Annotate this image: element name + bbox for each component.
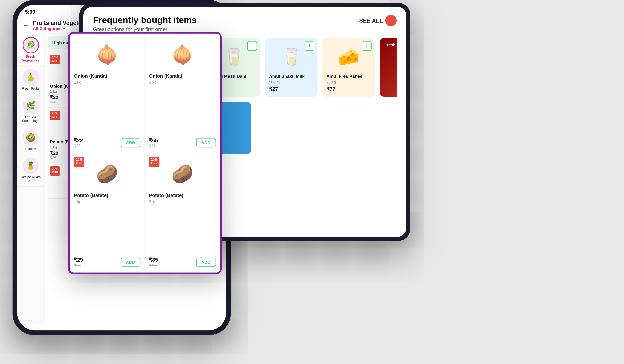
zoom-product-onion-1kg: 🧅 Onion (Kanda) 1 kg ₹22 ₹28 ADD xyxy=(70,34,145,153)
zoom-price-row: ₹85 ₹106 ADD xyxy=(149,257,216,267)
zoom-price-row: ₹29 ₹36 ADD xyxy=(74,257,141,267)
zoom-price: ₹22 xyxy=(74,137,83,144)
recipe-mixes-icon: 🍍 xyxy=(23,158,39,174)
zoom-pricing: ₹65 ₹81 xyxy=(149,137,158,148)
zoom-overlay: 🧅 Onion (Kanda) 1 kg ₹22 ₹28 ADD 🧅 Onion… xyxy=(68,32,222,274)
tablet-add-button[interactable]: + xyxy=(362,41,372,51)
tablet-title-block: Frequently bought items Great options fo… xyxy=(93,15,197,32)
zoom-pricing: ₹29 ₹36 xyxy=(74,257,83,267)
product-original-price: ₹28 xyxy=(50,100,58,104)
zoom-add-button[interactable]: ADD xyxy=(196,138,216,147)
sidebar-label-exotics: Exotics xyxy=(25,147,36,151)
tablet-product-amul-shakti: + 🥛 Amul Shakti Milk 500 ml ₹27 xyxy=(265,38,317,97)
sidebar-item-fresh-fruits[interactable]: 🍐 Fresh Fruits xyxy=(17,66,44,94)
phone-time: 5:00 xyxy=(25,9,35,15)
zoom-product-grid: 🧅 Onion (Kanda) 1 kg ₹22 ₹28 ADD 🧅 Onion… xyxy=(70,34,220,273)
product-price: ₹29 xyxy=(50,150,58,156)
zoom-product-name: Potato (Batate) xyxy=(149,193,216,198)
zoom-original-price: ₹106 xyxy=(149,263,158,267)
tablet-add-button[interactable]: + xyxy=(247,41,257,51)
product-pricing: ₹29 ₹36 xyxy=(50,150,58,160)
sidebar-item-exotics[interactable]: 🥝 Exotics xyxy=(17,126,44,154)
zoom-original-price: ₹28 xyxy=(74,143,83,148)
tablet-product-weight: 500 ml xyxy=(269,80,313,84)
zoom-price: ₹29 xyxy=(74,257,83,263)
sidebar-label-leafy-seasonings: Leafy & Seasonings xyxy=(19,115,43,123)
zoom-price: ₹85 xyxy=(149,257,158,263)
zoom-product-image-onion: 🧅 xyxy=(74,38,141,71)
zoom-product-potato-1kg: 20%OFF 🥔 Potato (Batate) 1 kg ₹29 ₹36 AD… xyxy=(70,153,145,272)
fresh-vegetables-icon: 🥬 xyxy=(23,37,39,53)
tablet-header: Frequently bought items Great options fo… xyxy=(93,15,397,32)
product-price: ₹22 xyxy=(50,95,58,100)
zoom-add-button[interactable]: ADD xyxy=(121,257,141,267)
tablet-page-title: Frequently bought items xyxy=(93,15,197,25)
discount-badge: 20%OFF xyxy=(50,167,60,176)
zoom-add-button[interactable]: ADD xyxy=(121,138,141,147)
zoom-product-weight: 1 kg xyxy=(74,80,141,84)
tablet-product-name: Amul Shakti Milk xyxy=(269,73,313,79)
see-all-button[interactable]: SEE ALL › xyxy=(359,15,397,26)
see-all-arrow-icon: › xyxy=(385,15,396,26)
zoom-product-name: Onion (Kanda) xyxy=(74,73,141,79)
discount-badge: 20%OFF xyxy=(50,111,60,120)
zoom-pricing: ₹85 ₹106 xyxy=(149,257,158,267)
tablet-product-amul-paneer: + 🧀 Amul Fres Paneer 200 g ₹77 xyxy=(322,38,375,97)
zoom-product-weight: 3 kg xyxy=(149,199,216,204)
leafy-seasonings-icon: 🌿 xyxy=(23,97,39,114)
zoom-price-row: ₹65 ₹81 ADD xyxy=(149,137,216,148)
tablet-page-subtitle: Great options for your first order xyxy=(93,26,197,32)
zoom-product-name: Potato (Batate) xyxy=(74,193,141,198)
sidebar-label-fresh-vegetables: Fresh Vegetables xyxy=(19,54,43,62)
sidebar-label-recipe-mixes: Recipe Mixes a... xyxy=(19,175,43,183)
sidebar-item-recipe-mixes[interactable]: 🍍 Recipe Mixes a... xyxy=(17,154,44,186)
zoom-product-weight: 3 kg xyxy=(149,80,216,84)
zoom-product-name: Onion (Kanda) xyxy=(149,73,216,79)
zoom-discount-badge: 20%OFF xyxy=(74,157,84,167)
zoom-pricing: ₹22 ₹28 xyxy=(74,137,83,148)
zoom-product-image-onion: 🧅 xyxy=(149,38,216,71)
tablet-product-price: ₹77 xyxy=(326,86,371,92)
back-button[interactable]: ← xyxy=(23,21,30,29)
discount-badge: 20%OFF xyxy=(50,55,60,64)
zoom-product-weight: 1 kg xyxy=(74,199,141,204)
tablet-add-button[interactable]: + xyxy=(305,41,314,51)
zoom-add-button[interactable]: ADD xyxy=(196,257,216,267)
banner-text: Fresh Meats xyxy=(385,43,396,47)
zoom-price: ₹65 xyxy=(149,137,158,144)
zoom-discount-badge: 20%OFF xyxy=(149,157,159,167)
tablet-product-weight: 200 g xyxy=(326,80,371,84)
zoom-original-price: ₹81 xyxy=(149,143,158,148)
tablet-product-price: ₹27 xyxy=(269,86,313,92)
zoom-original-price: ₹36 xyxy=(74,263,83,267)
zoom-product-onion-3kg: 🧅 Onion (Kanda) 3 kg ₹65 ₹81 ADD xyxy=(145,34,220,153)
category-sidebar: 🥬 Fresh Vegetables 🍐 Fresh Fruits 🌿 Leaf… xyxy=(17,34,45,325)
zoom-price-row: ₹22 ₹28 ADD xyxy=(74,137,141,148)
zoom-product-potato-3kg: 20%OFF 🥔 Potato (Batate) 3 kg ₹85 ₹106 A… xyxy=(145,153,220,272)
sidebar-item-fresh-vegetables[interactable]: 🥬 Fresh Vegetables xyxy=(17,34,44,66)
fresh-fruits-icon: 🍐 xyxy=(23,69,39,86)
sidebar-item-leafy-seasonings[interactable]: 🌿 Leafy & Seasonings xyxy=(17,94,44,126)
product-pricing: ₹22 ₹28 xyxy=(50,95,58,104)
sidebar-label-fresh-fruits: Fresh Fruits xyxy=(22,87,40,91)
exotics-icon: 🥝 xyxy=(23,129,39,146)
product-original-price: ₹36 xyxy=(50,156,58,160)
tablet-food-banner: Fresh Meats xyxy=(380,38,397,97)
tablet-product-name: Amul Fres Paneer xyxy=(326,73,371,79)
